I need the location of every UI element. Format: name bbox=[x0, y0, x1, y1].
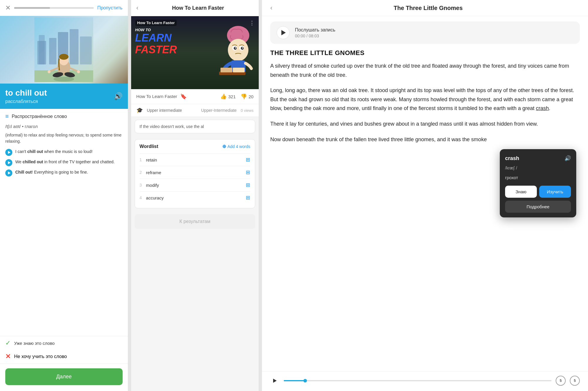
level-full-label: Upper-Intermediate bbox=[201, 108, 237, 113]
reader-title: The Three Little Gnomes bbox=[277, 5, 580, 11]
rewind-timer-button[interactable]: 5 bbox=[556, 376, 566, 386]
popup-speaker-icon[interactable]: 🔊 bbox=[564, 154, 571, 163]
common-word-label: Распространённое слово bbox=[12, 114, 67, 119]
audio-play-sm-button[interactable] bbox=[270, 376, 280, 385]
next-button[interactable]: Далее bbox=[5, 368, 123, 385]
highlighted-word[interactable]: crash bbox=[536, 105, 549, 111]
phonetic-row: /tʃɪl aʊt/ • глагол bbox=[5, 124, 123, 129]
paragraph-3: There it lay for centuries, and vines an… bbox=[270, 119, 580, 129]
popup-more-button[interactable]: Подробнее bbox=[505, 201, 571, 213]
highlight-2: chilled out bbox=[23, 159, 43, 164]
word-num-2: 2 bbox=[140, 170, 146, 175]
reader-back-button[interactable]: ‹ bbox=[270, 4, 272, 12]
svg-point-14 bbox=[48, 70, 51, 73]
word-num-1: 1 bbox=[140, 157, 146, 162]
video-title-overlay: How To Learn Faster bbox=[135, 20, 177, 26]
video-header: ‹ How To Learn Faster bbox=[131, 0, 259, 16]
dislikes-count: 20 bbox=[249, 94, 254, 99]
level-row: 🎓 Upper intermediate Upper-Intermediate … bbox=[131, 104, 259, 117]
back-button[interactable]: ‹ bbox=[136, 4, 138, 12]
add-word-icon-1[interactable]: ⊞ bbox=[246, 157, 250, 163]
meditation-illustration bbox=[34, 17, 93, 82]
progress-bar-container bbox=[14, 7, 94, 9]
forward-timer-button[interactable]: 5 bbox=[570, 376, 580, 386]
add-word-icon-2[interactable]: ⊞ bbox=[246, 169, 250, 176]
word-popup: crash 🔊 /kræʃ / грохот Знаю Изучить Подр… bbox=[500, 149, 576, 217]
story-content: A silvery thread of smoke curled up over… bbox=[262, 61, 588, 371]
reader-header: ‹ The Three Little Gnomes bbox=[262, 0, 588, 16]
paragraph-1: A silvery thread of smoke curled up over… bbox=[270, 61, 580, 79]
word-item-2: 2 reframe ⊞ bbox=[140, 166, 250, 179]
progress-track[interactable] bbox=[284, 380, 552, 381]
definition: (informal) to relax and stop feeling ner… bbox=[5, 132, 123, 144]
add-words-label: Add 4 words bbox=[227, 144, 250, 149]
panel-video: ‹ How To Learn Faster How To LEARN FASTE… bbox=[131, 0, 259, 391]
know-word-row[interactable]: ✓ Уже знаю это слово bbox=[0, 336, 128, 350]
no-learn-label: Не хочу учить это слово bbox=[14, 354, 67, 359]
word-item-1: 1 retain ⊞ bbox=[140, 153, 250, 166]
views-count: 0 views bbox=[241, 108, 253, 113]
dislikes-block[interactable]: 👎 20 bbox=[240, 93, 254, 100]
svg-point-13 bbox=[59, 54, 69, 60]
x-icon: ✕ bbox=[5, 353, 11, 360]
svg-point-23 bbox=[242, 47, 243, 49]
word-item-3: 3 modify ⊞ bbox=[140, 179, 250, 191]
vote-block: 👍 321 👎 20 bbox=[220, 93, 254, 100]
word-text-1: retain bbox=[146, 157, 246, 162]
play-example-2[interactable] bbox=[5, 159, 12, 166]
popup-know-button[interactable]: Знаю bbox=[505, 186, 537, 198]
cartoon-character bbox=[215, 22, 256, 81]
popup-learn-button[interactable]: Изучить bbox=[539, 186, 571, 198]
example-2: We chilled out in front of the TV togeth… bbox=[5, 159, 123, 166]
more-options-icon[interactable]: ⋮ bbox=[249, 20, 255, 26]
word-num-4: 4 bbox=[140, 195, 146, 200]
word-num-3: 3 bbox=[140, 183, 146, 187]
svg-rect-26 bbox=[220, 68, 232, 72]
video-name-block: How To Learn Faster 🔖 bbox=[136, 93, 187, 100]
add-words-button[interactable]: ⊕ Add 4 words bbox=[222, 144, 250, 149]
svg-point-15 bbox=[77, 70, 80, 73]
popup-word: crash bbox=[505, 154, 519, 163]
add-word-icon-3[interactable]: ⊞ bbox=[246, 182, 250, 188]
play-example-1[interactable] bbox=[5, 149, 12, 156]
popup-actions: Знаю Изучить bbox=[505, 186, 571, 198]
highlight-1: chill out bbox=[27, 149, 43, 154]
description-box: If the video doesn't work, use the al bbox=[135, 120, 255, 133]
speaker-icon[interactable]: 🔊 bbox=[114, 92, 123, 100]
popup-translation: грохот bbox=[505, 174, 571, 182]
svg-rect-3 bbox=[49, 38, 56, 64]
hero-image bbox=[0, 16, 128, 84]
video-text-art: How To LEARN FASTER bbox=[135, 28, 177, 55]
svg-rect-2 bbox=[39, 35, 45, 64]
wordlist-title: Wordlist bbox=[140, 144, 158, 149]
highlight-3: Chill out bbox=[15, 170, 32, 174]
play-example-3[interactable] bbox=[5, 169, 12, 177]
video-meta: How To Learn Faster 🔖 👍 321 👎 20 bbox=[131, 89, 259, 104]
close-icon[interactable]: ✕ bbox=[5, 4, 11, 12]
top-bar: ✕ Пропустить bbox=[0, 0, 128, 16]
lines-icon: ≡ bbox=[5, 113, 9, 120]
example-1: I can't chill out when the music is so l… bbox=[5, 149, 123, 156]
audio-title: Послушать запись bbox=[295, 27, 335, 33]
likes-block[interactable]: 👍 321 bbox=[220, 93, 236, 100]
content-area: ≡ Распространённое слово /tʃɪl aʊt/ • гл… bbox=[0, 109, 128, 336]
video-text-faster: FASTER bbox=[135, 44, 177, 56]
video-name-label: How To Learn Faster bbox=[136, 94, 177, 99]
video-thumbnail[interactable]: How To LEARN FASTER bbox=[131, 16, 259, 89]
progress-fill bbox=[284, 380, 305, 381]
audio-play-button[interactable] bbox=[277, 26, 290, 39]
thumbs-up-icon: 👍 bbox=[220, 93, 227, 100]
video-title: How To Learn Faster bbox=[143, 5, 253, 11]
skip-button[interactable]: Пропустить bbox=[97, 5, 123, 11]
add-word-icon-4[interactable]: ⊞ bbox=[246, 194, 250, 201]
example-text-2: We chilled out in front of the TV togeth… bbox=[15, 159, 115, 165]
paragraph-4: Now down beneath the trunk of the fallen… bbox=[270, 135, 580, 144]
results-button[interactable]: К результатам bbox=[135, 214, 255, 229]
story-title: THE THREE LITTLE GNOMES bbox=[262, 49, 588, 57]
bookmark-icon[interactable]: 🔖 bbox=[180, 93, 187, 100]
no-learn-row[interactable]: ✕ Не хочу учить это слово bbox=[0, 350, 128, 364]
audio-time: 00:00 / 08:03 bbox=[295, 34, 335, 38]
word-translation: расслабляться bbox=[5, 99, 47, 104]
audio-info: Послушать запись 00:00 / 08:03 bbox=[295, 27, 335, 38]
word-text-3: modify bbox=[146, 183, 246, 188]
